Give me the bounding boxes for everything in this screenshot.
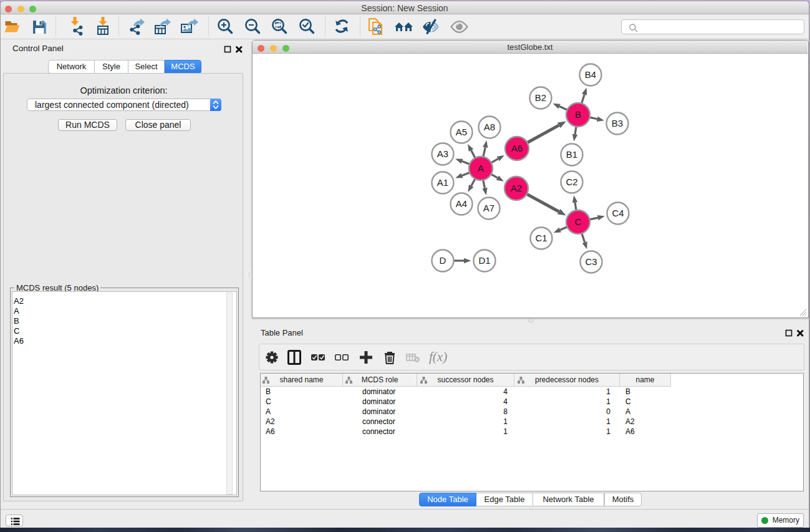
svg-text:D1: D1 — [478, 255, 490, 266]
svg-text:B3: B3 — [612, 118, 623, 128]
svg-text:B2: B2 — [535, 92, 546, 103]
svg-text:A5: A5 — [456, 127, 467, 137]
svg-text:A7: A7 — [483, 203, 494, 213]
svg-text:A3: A3 — [437, 148, 448, 159]
svg-text:C: C — [575, 216, 582, 227]
svg-text:A2: A2 — [511, 183, 522, 193]
svg-text:D: D — [440, 255, 446, 266]
svg-text:A8: A8 — [484, 122, 495, 132]
svg-text:f(x): f(x) — [429, 349, 447, 364]
svg-text:C3: C3 — [585, 256, 597, 267]
svg-text:C2: C2 — [566, 177, 577, 187]
svg-text:C1: C1 — [535, 233, 547, 243]
svg-text:A1: A1 — [437, 177, 448, 188]
svg-text:A4: A4 — [456, 198, 467, 209]
svg-text:C4: C4 — [612, 208, 624, 218]
svg-text:A: A — [478, 163, 484, 173]
svg-text:A6: A6 — [511, 143, 523, 153]
svg-text:B4: B4 — [585, 69, 596, 80]
svg-text:B: B — [575, 109, 581, 120]
svg-text:B1: B1 — [566, 149, 577, 160]
